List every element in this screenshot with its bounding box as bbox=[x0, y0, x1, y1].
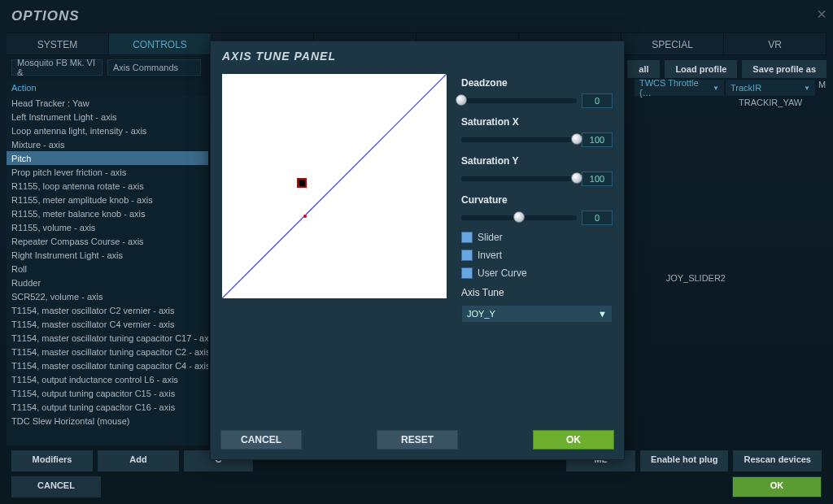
action-row[interactable]: Roll bbox=[7, 262, 208, 276]
action-row[interactable]: Head Tracker : Yaw bbox=[7, 96, 208, 110]
enable-hot-plug-button[interactable]: Enable hot plug bbox=[640, 450, 729, 471]
category-dropdown-value: Axis Commands bbox=[113, 63, 178, 72]
modal-controls: Deadzone 0 Saturation X 100 Saturation Y… bbox=[461, 74, 613, 323]
action-row[interactable]: T1154, output inductance control L6 - ax… bbox=[7, 372, 208, 386]
window-title: OPTIONS bbox=[11, 8, 80, 24]
action-row[interactable]: TDC Slew Horizontal (mouse) bbox=[7, 414, 208, 428]
action-row[interactable]: R1155, meter amplitude knob - axis bbox=[7, 193, 208, 206]
action-row[interactable]: Left Instrument Light - axis bbox=[7, 110, 208, 124]
deadzone-label: Deadzone bbox=[461, 77, 613, 89]
modal-ok-button[interactable]: OK bbox=[533, 430, 614, 450]
axis-tune-panel: AXIS TUNE PANEL Deadzone 0 Saturation X bbox=[210, 41, 625, 460]
category-dropdown[interactable]: Axis Commands bbox=[107, 59, 201, 76]
user-curve-checkbox[interactable] bbox=[461, 267, 473, 279]
action-row[interactable]: T1154, master oscillator C2 vernier - ax… bbox=[7, 303, 208, 317]
curvature-slider[interactable] bbox=[461, 215, 577, 220]
tab-special[interactable]: SPECIAL bbox=[621, 33, 724, 54]
action-row[interactable]: T1154, master oscillator tuning capacito… bbox=[7, 331, 208, 345]
top-buttons: all Load profile Save profile as bbox=[627, 60, 826, 78]
action-row[interactable]: R1155, loop antenna rotate - axis bbox=[7, 179, 208, 193]
add-button[interactable]: Add bbox=[98, 450, 179, 471]
footer: CANCEL OK bbox=[11, 476, 822, 497]
modal-footer: CANCEL RESET OK bbox=[220, 430, 614, 450]
action-row[interactable]: Prop pitch lever friction - axis bbox=[7, 165, 208, 179]
action-row[interactable]: Rudder bbox=[7, 276, 208, 289]
slider-checkbox[interactable] bbox=[461, 232, 473, 243]
tab-controls[interactable]: CONTROLS bbox=[109, 33, 212, 54]
action-row[interactable]: R1155, meter balance knob - axis bbox=[7, 206, 208, 220]
action-list[interactable]: Action Head Tracker : YawLeft Instrument… bbox=[7, 80, 208, 445]
action-row[interactable]: Mixture - axis bbox=[7, 137, 208, 151]
tab-system[interactable]: SYSTEM bbox=[7, 33, 109, 54]
modal-title: AXIS TUNE PANEL bbox=[211, 41, 624, 71]
svg-line-0 bbox=[222, 74, 447, 298]
action-row[interactable]: Loop antenna light, intensity - axis bbox=[7, 124, 208, 137]
action-row[interactable]: Right Instrument Light - axis bbox=[7, 248, 208, 262]
footer-ok-button[interactable]: OK bbox=[732, 476, 822, 497]
slider-check-label: Slider bbox=[478, 232, 503, 243]
saty-value[interactable]: 100 bbox=[582, 172, 613, 186]
action-row[interactable]: Repeater Compass Course - axis bbox=[7, 234, 208, 248]
invert-checkbox[interactable] bbox=[461, 250, 473, 261]
action-row[interactable]: T1154, master oscillator C4 vernier - ax… bbox=[7, 317, 208, 331]
all-button[interactable]: all bbox=[627, 60, 660, 78]
aircraft-dropdown-value: Mosquito FB Mk. VI & bbox=[17, 58, 97, 77]
footer-cancel-button[interactable]: CANCEL bbox=[11, 476, 101, 497]
save-profile-button[interactable]: Save profile as bbox=[742, 60, 826, 78]
action-row[interactable]: R1155, volume - axis bbox=[7, 220, 208, 234]
tab-vr[interactable]: VR bbox=[724, 33, 826, 54]
action-row[interactable]: Pitch bbox=[7, 151, 208, 165]
modal-reset-button[interactable]: RESET bbox=[377, 430, 458, 450]
modal-cancel-button[interactable]: CANCEL bbox=[220, 430, 302, 450]
satx-label: Saturation X bbox=[461, 116, 613, 128]
action-row[interactable]: T1154, master oscillator tuning capacito… bbox=[7, 358, 208, 372]
svg-point-2 bbox=[303, 215, 307, 218]
chevron-down-icon: ▼ bbox=[598, 309, 607, 319]
rescan-devices-button[interactable]: Rescan devices bbox=[733, 450, 822, 471]
curve-graph[interactable] bbox=[222, 74, 447, 298]
aircraft-dropdown[interactable]: Mosquito FB Mk. VI & bbox=[11, 59, 102, 76]
axis-tune-value: JOY_Y bbox=[467, 309, 495, 319]
curvature-label: Curvature bbox=[461, 194, 613, 206]
satx-slider[interactable] bbox=[461, 137, 577, 142]
options-window: OPTIONS × SYSTEM CONTROLS SPECIAL VR Mos… bbox=[0, 0, 833, 504]
curvature-value[interactable]: 0 bbox=[582, 211, 613, 225]
load-profile-button[interactable]: Load profile bbox=[665, 60, 737, 78]
modifiers-button[interactable]: Modifiers bbox=[11, 450, 93, 471]
deadzone-value[interactable]: 0 bbox=[582, 93, 613, 108]
saty-label: Saturation Y bbox=[461, 155, 613, 167]
saty-slider[interactable] bbox=[461, 176, 577, 181]
action-row[interactable]: T1154, master oscillator tuning capacito… bbox=[7, 345, 208, 358]
user-curve-check-label: User Curve bbox=[478, 267, 527, 279]
axis-tune-dropdown[interactable]: JOY_Y ▼ bbox=[461, 305, 613, 323]
deadzone-slider[interactable] bbox=[461, 98, 577, 103]
satx-value[interactable]: 100 bbox=[582, 133, 613, 147]
action-row[interactable]: T1154, output tuning capacitor C16 - axi… bbox=[7, 400, 208, 414]
close-icon[interactable]: × bbox=[817, 5, 826, 24]
axis-tune-label: Axis Tune bbox=[461, 287, 613, 298]
action-row[interactable]: T1154, output tuning capacitor C15 - axi… bbox=[7, 386, 208, 400]
invert-check-label: Invert bbox=[478, 250, 502, 261]
action-row[interactable]: SCR522, volume - axis bbox=[7, 289, 208, 303]
titlebar: OPTIONS × bbox=[0, 0, 833, 33]
svg-rect-1 bbox=[298, 179, 306, 187]
action-list-header: Action bbox=[7, 80, 208, 96]
